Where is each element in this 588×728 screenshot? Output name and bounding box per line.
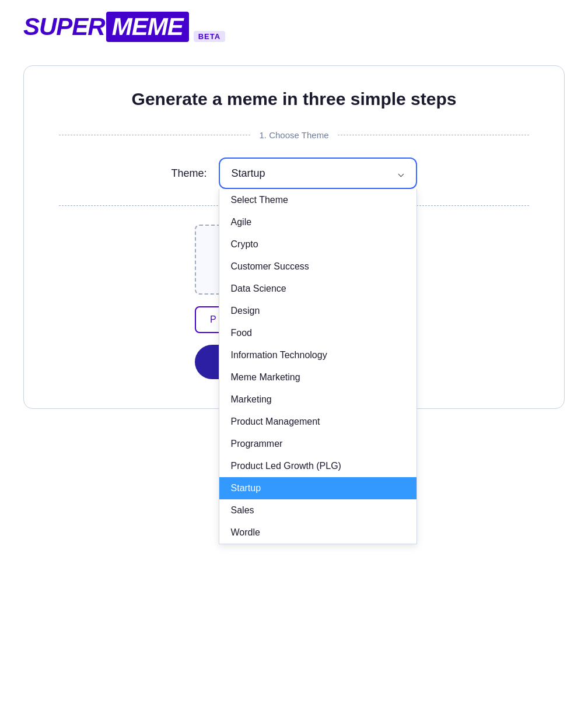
theme-row: Theme: Startup ⌵ Select ThemeAgileCrypto… bbox=[59, 158, 529, 189]
logo-beta-badge: BETA bbox=[194, 31, 225, 42]
logo-container: SUPER MEME BETA bbox=[23, 12, 225, 42]
dropdown-item-plg[interactable]: Product Led Growth (PLG) bbox=[219, 455, 416, 477]
header: SUPER MEME BETA bbox=[23, 12, 565, 42]
dropdown-item-it[interactable]: Information Technology bbox=[219, 344, 416, 366]
dropdown-item-product-management[interactable]: Product Management bbox=[219, 411, 416, 433]
chevron-down-icon: ⌵ bbox=[398, 167, 404, 180]
dropdown-item-meme-marketing[interactable]: Meme Marketing bbox=[219, 366, 416, 388]
dropdown-item-programmer[interactable]: Programmer bbox=[219, 433, 416, 455]
logo-super-text: SUPER bbox=[23, 13, 105, 41]
dropdown-item-marketing[interactable]: Marketing bbox=[219, 388, 416, 411]
divider-line-left bbox=[59, 135, 250, 135]
dropdown-item-select[interactable]: Select Theme bbox=[219, 189, 416, 211]
step1-divider: 1. Choose Theme bbox=[59, 130, 529, 140]
card-title: Generate a meme in three simple steps bbox=[59, 89, 529, 109]
logo-row: SUPER MEME BETA bbox=[23, 12, 225, 42]
divider2-line-left bbox=[59, 205, 221, 206]
theme-label: Theme: bbox=[171, 167, 206, 180]
dropdown-item-design[interactable]: Design bbox=[219, 300, 416, 322]
selected-theme-text: Startup bbox=[232, 167, 265, 180]
dropdown-item-agile[interactable]: Agile bbox=[219, 211, 416, 233]
dropdown-item-startup[interactable]: Startup bbox=[219, 477, 416, 499]
prompt-label: P bbox=[210, 314, 216, 324]
dropdown-item-customer-success[interactable]: Customer Success bbox=[219, 256, 416, 278]
divider-line-right bbox=[338, 135, 529, 135]
dropdown-item-sales[interactable]: Sales bbox=[219, 499, 416, 522]
logo-meme-text: MEME bbox=[106, 12, 189, 42]
theme-select-display[interactable]: Startup ⌵ bbox=[219, 158, 417, 189]
dropdown-menu[interactable]: Select ThemeAgileCryptoCustomer SuccessD… bbox=[219, 189, 417, 544]
dropdown-item-wordle[interactable]: Wordle bbox=[219, 522, 416, 544]
dropdown-item-crypto[interactable]: Crypto bbox=[219, 233, 416, 256]
main-card: Generate a meme in three simple steps 1.… bbox=[23, 65, 565, 409]
dropdown-item-food[interactable]: Food bbox=[219, 322, 416, 344]
dropdown-item-data-science[interactable]: Data Science bbox=[219, 278, 416, 300]
theme-select-wrapper[interactable]: Startup ⌵ Select ThemeAgileCryptoCustome… bbox=[219, 158, 417, 189]
step1-label: 1. Choose Theme bbox=[260, 130, 329, 140]
